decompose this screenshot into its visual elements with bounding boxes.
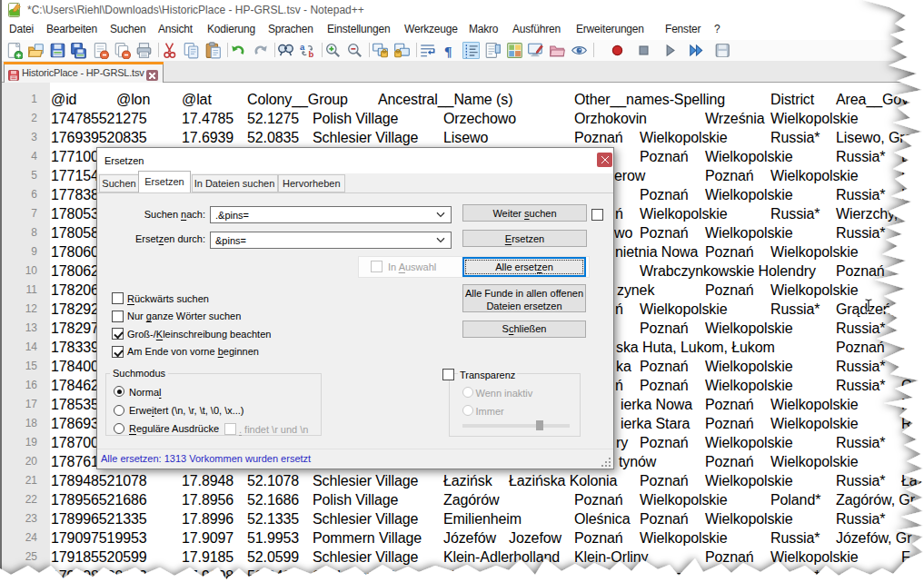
dialog-title: Ersetzen xyxy=(104,155,144,166)
text-run: Wielkopolskie xyxy=(705,223,793,242)
text-run: Poznań xyxy=(640,357,689,376)
replace-with-combobox[interactable]: &pins= xyxy=(210,232,452,249)
menu-item-werkzeuge[interactable]: Werkzeuge xyxy=(404,23,458,35)
toolbar-separator xyxy=(416,43,417,57)
menu-item-datei[interactable]: Datei xyxy=(9,23,34,35)
text-run: Poznań xyxy=(640,376,689,395)
search-mode-radio-0[interactable] xyxy=(114,386,124,397)
macro-play-icon[interactable] xyxy=(661,42,679,59)
menu-item-ausfhren[interactable]: Ausführen xyxy=(512,23,561,35)
close-button[interactable]: Schließen xyxy=(462,321,586,338)
show-symbols-icon[interactable]: ¶ xyxy=(441,42,458,59)
new-file-icon[interactable] xyxy=(5,42,23,59)
tab-close-icon[interactable] xyxy=(146,70,158,81)
search-mode-label-2: Reguläre Ausdrücke xyxy=(129,423,219,434)
text-run: Russia* xyxy=(836,223,885,242)
text-run: 52.0835 xyxy=(247,128,299,147)
find-icon[interactable] xyxy=(277,42,294,59)
save-icon[interactable] xyxy=(49,42,66,59)
text-run: Wielkopolskie xyxy=(705,509,793,528)
menu-item-erweiterungen[interactable]: Erweiterungen xyxy=(576,23,644,35)
dialog-close-icon[interactable] xyxy=(597,153,612,167)
replace-icon[interactable]: ab xyxy=(299,42,316,59)
zoom-out-icon[interactable] xyxy=(346,42,363,59)
dialog-tab-ersetzen[interactable]: Ersetzen xyxy=(138,171,191,192)
paste-icon[interactable] xyxy=(204,42,222,59)
save-all-icon[interactable] xyxy=(70,42,87,59)
transparency-always-radio[interactable] xyxy=(462,405,473,416)
sync-horizontal-icon[interactable] xyxy=(393,42,411,59)
replace-all-open-docs-button[interactable]: Alle Funde in allen offenenDateien erset… xyxy=(462,284,586,312)
redo-icon[interactable] xyxy=(252,42,269,59)
cut-icon[interactable] xyxy=(161,42,178,59)
text-run: Poznań xyxy=(705,414,754,433)
macro-run-multiple-icon[interactable] xyxy=(688,42,705,59)
document-tab[interactable]: HistoricPlace - HP-GRSL.tsv xyxy=(4,62,164,83)
find-next-button[interactable]: Weiter suchen xyxy=(462,204,587,222)
text-run: Russia* xyxy=(836,185,885,204)
text-run: F xyxy=(901,547,910,567)
text-run: Poznań xyxy=(574,490,623,509)
text-run: Pommern Village xyxy=(313,528,422,547)
indent-guide-icon[interactable] xyxy=(462,42,480,59)
menu-item-sprachen[interactable]: Sprachen xyxy=(268,23,313,35)
menu-item-makro[interactable]: Makro xyxy=(469,23,498,35)
transparency-slider[interactable] xyxy=(462,424,570,428)
find-option-checkbox[interactable] xyxy=(591,209,603,221)
transparency-slider-thumb[interactable] xyxy=(536,420,543,430)
menu-item-ansicht[interactable]: Ansicht xyxy=(158,23,193,35)
option-checkbox-3[interactable] xyxy=(112,346,124,358)
doc-map-icon[interactable] xyxy=(484,42,502,59)
close-doc-icon[interactable] xyxy=(92,42,109,59)
transparency-on-losing-focus-radio[interactable] xyxy=(462,387,473,398)
replace-dialog: Ersetzen SuchenErsetzenIn Dateien suchen… xyxy=(96,147,614,469)
option-checkbox-2[interactable] xyxy=(112,328,124,340)
replace-button[interactable]: Ersetzen xyxy=(462,230,587,247)
chevron-down-icon[interactable] xyxy=(436,237,445,243)
option-checkbox-0[interactable] xyxy=(112,292,124,304)
in-selection-checkbox[interactable] xyxy=(371,261,383,272)
dialog-tab-suchen[interactable]: Suchen xyxy=(99,174,139,192)
search-mode-radio-2[interactable] xyxy=(114,423,124,434)
text-run: Września xyxy=(705,109,765,128)
dialog-title-bar[interactable]: Ersetzen xyxy=(97,148,613,173)
replace-all-button[interactable]: Alle ersetzen xyxy=(462,257,586,277)
menu-item-?[interactable]: ? xyxy=(714,23,720,35)
menu-item-kodierung[interactable]: Kodierung xyxy=(207,23,255,35)
print-icon[interactable] xyxy=(135,42,153,59)
macro-save-icon[interactable] xyxy=(714,42,731,59)
option-checkbox-1[interactable] xyxy=(112,311,124,322)
zoom-in-icon[interactable] xyxy=(324,42,342,59)
text-run: Russia* xyxy=(836,509,885,528)
dialog-tab-hervorheben[interactable]: Hervorheben xyxy=(278,174,346,192)
dialog-tab-in-dateien-suchen[interactable]: In Dateien suchen xyxy=(192,174,278,192)
copy-icon[interactable] xyxy=(183,42,200,59)
macro-record-icon[interactable] xyxy=(609,42,626,59)
find-what-combobox[interactable]: .&pins= xyxy=(210,206,452,223)
text-run: 52.1335 xyxy=(247,509,299,528)
resize-grip[interactable] xyxy=(601,457,611,468)
text-run: 176939520835 xyxy=(51,128,147,147)
view-eye-icon[interactable] xyxy=(571,42,588,59)
word-wrap-icon[interactable] xyxy=(419,42,436,59)
text-run: 52.0599 xyxy=(247,547,299,567)
monitor-edit-icon[interactable] xyxy=(527,42,544,59)
open-folder-icon[interactable] xyxy=(27,42,45,59)
macro-stop-icon[interactable] xyxy=(635,42,652,59)
dot-matches-newline-checkbox[interactable] xyxy=(224,423,236,435)
menu-item-suchen[interactable]: Suchen xyxy=(110,23,146,35)
window-left-border xyxy=(0,0,2,582)
menu-item-einstellungen[interactable]: Einstellungen xyxy=(327,23,390,35)
menu-item-fenster[interactable]: Fenster xyxy=(665,23,700,35)
function-list-icon[interactable] xyxy=(506,42,523,59)
text-run: 179097519953 xyxy=(51,528,147,547)
sync-vertical-icon[interactable] xyxy=(372,42,389,59)
chevron-down-icon[interactable] xyxy=(436,212,445,218)
undo-icon[interactable] xyxy=(230,42,247,59)
folder-workspace-icon[interactable] xyxy=(549,42,566,59)
search-mode-radio-1[interactable] xyxy=(114,405,124,416)
text-run: Schlesier Village xyxy=(313,128,418,147)
transparency-checkbox[interactable] xyxy=(442,369,454,380)
menu-item-bearbeiten[interactable]: Bearbeiten xyxy=(46,23,97,35)
close-all-icon[interactable] xyxy=(114,42,131,59)
